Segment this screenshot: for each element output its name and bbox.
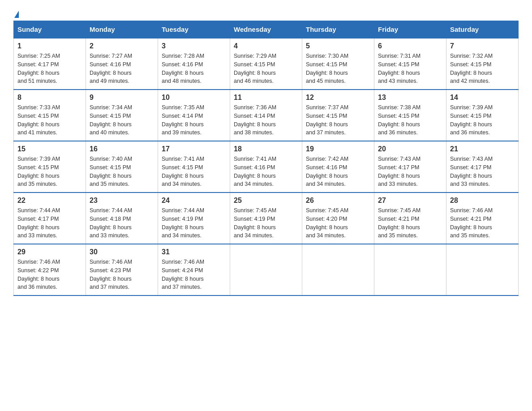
- day-number: 7: [450, 42, 515, 50]
- calendar-week-row: 22Sunrise: 7:44 AMSunset: 4:17 PMDayligh…: [14, 193, 519, 244]
- day-number: 20: [378, 145, 442, 153]
- day-number: 26: [306, 197, 370, 205]
- day-number: 24: [162, 197, 226, 205]
- day-info: Sunrise: 7:29 AMSunset: 4:15 PMDaylight:…: [234, 52, 298, 86]
- calendar-cell: 10Sunrise: 7:35 AMSunset: 4:14 PMDayligh…: [158, 90, 230, 141]
- column-header-saturday: Saturday: [446, 21, 519, 39]
- calendar-cell: 6Sunrise: 7:31 AMSunset: 4:15 PMDaylight…: [374, 38, 446, 90]
- day-info: Sunrise: 7:32 AMSunset: 4:15 PMDaylight:…: [450, 52, 515, 86]
- day-number: 11: [234, 94, 298, 102]
- calendar-cell: 9Sunrise: 7:34 AMSunset: 4:15 PMDaylight…: [86, 90, 158, 141]
- calendar-cell: [374, 244, 446, 295]
- calendar-cell: 30Sunrise: 7:46 AMSunset: 4:23 PMDayligh…: [86, 244, 158, 295]
- day-number: 15: [17, 145, 82, 153]
- calendar-cell: 18Sunrise: 7:41 AMSunset: 4:16 PMDayligh…: [230, 141, 302, 193]
- calendar-cell: 24Sunrise: 7:44 AMSunset: 4:19 PMDayligh…: [158, 193, 230, 244]
- day-number: 21: [450, 145, 515, 153]
- day-info: Sunrise: 7:30 AMSunset: 4:15 PMDaylight:…: [306, 52, 370, 86]
- calendar-cell: 13Sunrise: 7:38 AMSunset: 4:15 PMDayligh…: [374, 90, 446, 141]
- day-number: 12: [306, 94, 370, 102]
- day-number: 3: [162, 42, 226, 50]
- calendar-cell: 29Sunrise: 7:46 AMSunset: 4:22 PMDayligh…: [14, 244, 86, 295]
- day-info: Sunrise: 7:46 AMSunset: 4:24 PMDaylight:…: [162, 258, 226, 291]
- day-number: 29: [17, 248, 82, 256]
- calendar-cell: 22Sunrise: 7:44 AMSunset: 4:17 PMDayligh…: [14, 193, 86, 244]
- day-number: 17: [162, 145, 226, 153]
- day-info: Sunrise: 7:27 AMSunset: 4:16 PMDaylight:…: [90, 52, 154, 86]
- day-number: 25: [234, 197, 298, 205]
- calendar-cell: 1Sunrise: 7:25 AMSunset: 4:17 PMDaylight…: [14, 38, 86, 90]
- header-row: SundayMondayTuesdayWednesdayThursdayFrid…: [14, 21, 519, 39]
- calendar-cell: 31Sunrise: 7:46 AMSunset: 4:24 PMDayligh…: [158, 244, 230, 295]
- calendar-cell: 11Sunrise: 7:36 AMSunset: 4:14 PMDayligh…: [230, 90, 302, 141]
- day-number: 30: [90, 248, 154, 256]
- day-info: Sunrise: 7:40 AMSunset: 4:15 PMDaylight:…: [90, 155, 154, 188]
- calendar-cell: 25Sunrise: 7:45 AMSunset: 4:19 PMDayligh…: [230, 193, 302, 244]
- day-info: Sunrise: 7:46 AMSunset: 4:23 PMDaylight:…: [90, 258, 154, 291]
- calendar-cell: 5Sunrise: 7:30 AMSunset: 4:15 PMDaylight…: [302, 38, 374, 90]
- calendar-cell: [230, 244, 302, 295]
- calendar-cell: 19Sunrise: 7:42 AMSunset: 4:16 PMDayligh…: [302, 141, 374, 193]
- calendar-cell: 16Sunrise: 7:40 AMSunset: 4:15 PMDayligh…: [86, 141, 158, 193]
- day-number: 22: [17, 197, 82, 205]
- day-number: 23: [90, 197, 154, 205]
- day-number: 18: [234, 145, 298, 153]
- day-info: Sunrise: 7:45 AMSunset: 4:19 PMDaylight:…: [234, 206, 298, 240]
- day-info: Sunrise: 7:36 AMSunset: 4:14 PMDaylight:…: [234, 103, 298, 137]
- day-info: Sunrise: 7:44 AMSunset: 4:19 PMDaylight:…: [162, 206, 226, 240]
- day-number: 13: [378, 94, 442, 102]
- calendar-cell: 4Sunrise: 7:29 AMSunset: 4:15 PMDaylight…: [230, 38, 302, 90]
- page-header: [13, 9, 519, 16]
- calendar-week-row: 1Sunrise: 7:25 AMSunset: 4:17 PMDaylight…: [14, 38, 519, 90]
- day-number: 19: [306, 145, 370, 153]
- day-info: Sunrise: 7:41 AMSunset: 4:16 PMDaylight:…: [234, 155, 298, 188]
- calendar-cell: 21Sunrise: 7:43 AMSunset: 4:17 PMDayligh…: [446, 141, 519, 193]
- calendar-cell: 26Sunrise: 7:45 AMSunset: 4:20 PMDayligh…: [302, 193, 374, 244]
- day-number: 5: [306, 42, 370, 50]
- day-info: Sunrise: 7:44 AMSunset: 4:17 PMDaylight:…: [17, 206, 82, 240]
- logo: [13, 9, 19, 16]
- column-header-wednesday: Wednesday: [230, 21, 302, 39]
- day-number: 14: [450, 94, 515, 102]
- day-number: 8: [17, 94, 82, 102]
- logo-triangle-icon: [14, 11, 19, 18]
- day-info: Sunrise: 7:39 AMSunset: 4:15 PMDaylight:…: [17, 155, 82, 188]
- calendar-cell: 20Sunrise: 7:43 AMSunset: 4:17 PMDayligh…: [374, 141, 446, 193]
- calendar-cell: 27Sunrise: 7:45 AMSunset: 4:21 PMDayligh…: [374, 193, 446, 244]
- day-number: 10: [162, 94, 226, 102]
- day-info: Sunrise: 7:38 AMSunset: 4:15 PMDaylight:…: [378, 103, 442, 137]
- day-number: 6: [378, 42, 442, 50]
- calendar-cell: 17Sunrise: 7:41 AMSunset: 4:15 PMDayligh…: [158, 141, 230, 193]
- day-info: Sunrise: 7:37 AMSunset: 4:15 PMDaylight:…: [306, 103, 370, 137]
- calendar-cell: 12Sunrise: 7:37 AMSunset: 4:15 PMDayligh…: [302, 90, 374, 141]
- day-number: 9: [90, 94, 154, 102]
- calendar-cell: 3Sunrise: 7:28 AMSunset: 4:16 PMDaylight…: [158, 38, 230, 90]
- calendar-cell: 14Sunrise: 7:39 AMSunset: 4:15 PMDayligh…: [446, 90, 519, 141]
- column-header-sunday: Sunday: [14, 21, 86, 39]
- day-info: Sunrise: 7:45 AMSunset: 4:20 PMDaylight:…: [306, 206, 370, 240]
- day-number: 31: [162, 248, 226, 256]
- day-info: Sunrise: 7:42 AMSunset: 4:16 PMDaylight:…: [306, 155, 370, 188]
- calendar-week-row: 8Sunrise: 7:33 AMSunset: 4:15 PMDaylight…: [14, 90, 519, 141]
- day-info: Sunrise: 7:43 AMSunset: 4:17 PMDaylight:…: [450, 155, 515, 188]
- calendar-cell: 8Sunrise: 7:33 AMSunset: 4:15 PMDaylight…: [14, 90, 86, 141]
- day-info: Sunrise: 7:25 AMSunset: 4:17 PMDaylight:…: [17, 52, 82, 86]
- day-number: 1: [17, 42, 82, 50]
- day-number: 27: [378, 197, 442, 205]
- calendar-cell: [446, 244, 519, 295]
- day-number: 4: [234, 42, 298, 50]
- day-number: 28: [450, 197, 515, 205]
- calendar-table: SundayMondayTuesdayWednesdayThursdayFrid…: [13, 21, 519, 296]
- day-info: Sunrise: 7:46 AMSunset: 4:21 PMDaylight:…: [450, 206, 515, 240]
- calendar-week-row: 29Sunrise: 7:46 AMSunset: 4:22 PMDayligh…: [14, 244, 519, 295]
- day-info: Sunrise: 7:41 AMSunset: 4:15 PMDaylight:…: [162, 155, 226, 188]
- column-header-thursday: Thursday: [302, 21, 374, 39]
- day-number: 2: [90, 42, 154, 50]
- calendar-cell: 15Sunrise: 7:39 AMSunset: 4:15 PMDayligh…: [14, 141, 86, 193]
- calendar-cell: [302, 244, 374, 295]
- day-info: Sunrise: 7:28 AMSunset: 4:16 PMDaylight:…: [162, 52, 226, 86]
- day-info: Sunrise: 7:31 AMSunset: 4:15 PMDaylight:…: [378, 52, 442, 86]
- day-info: Sunrise: 7:33 AMSunset: 4:15 PMDaylight:…: [17, 103, 82, 137]
- column-header-friday: Friday: [374, 21, 446, 39]
- column-header-monday: Monday: [86, 21, 158, 39]
